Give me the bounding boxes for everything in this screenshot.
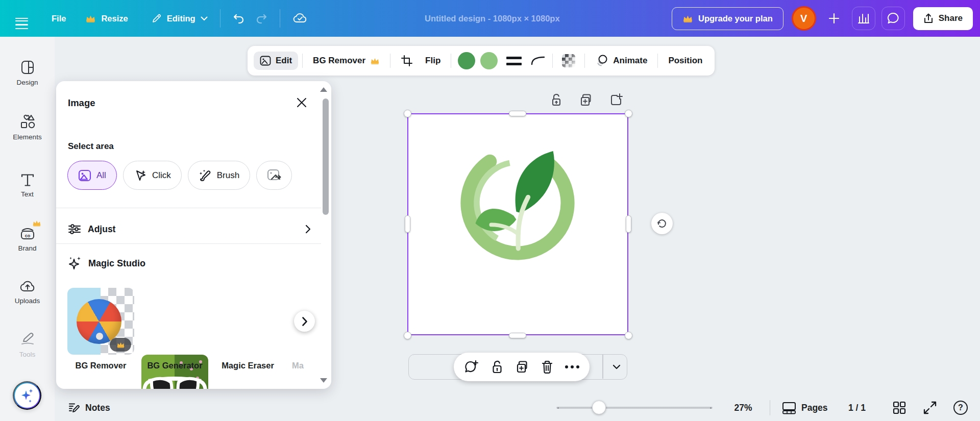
bar-chart-icon [857,13,870,24]
resize-handle-bottom-left[interactable] [404,332,411,339]
crown-icon [85,14,96,22]
file-menu-button[interactable]: File [46,10,71,28]
transparency-button[interactable] [562,54,575,67]
select-area-all[interactable]: All [67,161,117,190]
avatar[interactable]: V [792,6,816,31]
resize-handle-right[interactable] [626,215,631,233]
panel-scroll-up[interactable] [320,87,327,92]
bg-remover-button[interactable]: BG Remover [307,52,386,70]
notes-button[interactable]: Notes [68,394,110,421]
border-weight-icon[interactable] [506,57,522,65]
corner-rounding-button[interactable] [528,52,548,69]
position-button[interactable]: Position [662,52,708,70]
duplicate-page-button[interactable] [578,92,594,108]
magic-bg-remover-tile[interactable] [67,288,134,355]
more-options-button[interactable] [565,365,579,368]
toolbar-divider [584,54,585,68]
resize-handle-bottom[interactable] [509,333,526,338]
cloud-check-icon [292,12,308,24]
zoom-percentage[interactable]: 27% [727,394,759,421]
option-label: All [96,170,106,181]
animate-button[interactable]: Animate [589,50,653,71]
position-label: Position [668,56,702,66]
sidebar-item-tools[interactable]: Tools [0,332,55,358]
topbar-divider [280,9,280,28]
carousel-next-button[interactable] [294,311,315,332]
comments-button[interactable] [881,7,905,30]
zoom-slider[interactable] [556,394,713,421]
lock-element-button[interactable] [491,360,504,374]
save-status-button[interactable] [287,8,313,29]
editing-label: Editing [167,14,195,23]
magic-bg-generator-tile[interactable] [141,355,208,389]
duplicate-element-button[interactable] [515,360,529,374]
delete-element-button[interactable] [541,360,554,374]
resize-handle-bottom-right[interactable] [625,332,632,339]
toolbar-divider [302,54,303,68]
resize-button[interactable]: Resize [80,10,133,28]
select-area-click[interactable]: Click [123,161,182,190]
panel-scrollbar-thumb[interactable] [323,98,329,215]
beach-ball-image [77,299,121,344]
resize-handle-left[interactable] [405,215,410,233]
resize-handle-top-right[interactable] [625,110,632,117]
add-page-button[interactable] [608,92,624,108]
rotate-handle[interactable] [651,213,673,234]
color-swatch-1[interactable] [458,52,475,69]
panel-scroll-down[interactable] [320,378,327,383]
trash-icon [541,360,554,374]
status-bar: Notes 27% Pages 1 / 1 ? [0,394,980,421]
upgrade-label: Upgrade your plan [698,14,773,23]
resize-handle-top-left[interactable] [404,110,411,117]
help-button[interactable]: ? [953,401,968,415]
zoom-slider-thumb[interactable] [592,401,606,414]
crown-icon [682,14,693,22]
sidebar-item-design[interactable]: Design [0,60,55,86]
hamburger-icon [15,18,28,19]
add-account-button[interactable] [822,7,846,30]
sidebar-item-text[interactable]: Text [0,174,55,198]
redo-icon [255,13,267,24]
close-panel-button[interactable] [292,93,311,112]
design-title[interactable]: Untitled design - 1080px × 1080px [313,14,672,23]
notes-label: Notes [85,403,110,413]
sidebar-item-label: Uploads [15,297,40,305]
collapse-toolbar-button[interactable] [605,355,628,379]
sidebar-item-brand[interactable]: co Brand [0,227,55,252]
fullscreen-button[interactable] [923,401,937,415]
add-comment-button[interactable] [464,360,479,374]
notes-icon [68,402,80,414]
statusbar-divider [770,400,770,415]
chevron-down-icon [201,16,208,21]
artboard-page[interactable] [408,114,627,334]
resize-handle-top[interactable] [509,111,526,116]
redo-button[interactable] [250,9,273,28]
insights-button[interactable] [852,7,875,30]
pages-button[interactable]: Pages [782,394,828,421]
leaf-logo-image[interactable] [452,135,583,267]
sidebar-item-uploads[interactable]: Uploads [0,279,55,305]
adjust-row[interactable]: Adjust [68,215,311,243]
crop-button[interactable] [395,51,419,71]
color-swatch-2[interactable] [480,52,498,69]
select-area-brush[interactable]: Brush [188,161,250,190]
zoom-slider-track[interactable] [556,407,713,409]
element-actions [454,353,590,381]
toolbar-divider [552,54,553,68]
share-button[interactable]: Share [913,7,973,30]
sidebar-item-elements[interactable]: Elements [0,113,55,141]
main-menu-button[interactable] [10,11,33,26]
flip-button[interactable]: Flip [419,52,447,70]
edit-tab[interactable]: Edit [254,52,298,70]
page-quick-actions [549,92,624,108]
select-area-more[interactable] [256,161,292,190]
upgrade-plan-button[interactable]: Upgrade your plan [672,7,783,30]
editing-mode-dropdown[interactable]: Editing [146,9,213,28]
pencil-icon [152,13,162,23]
magic-item-label: BG Remover [67,361,134,370]
sidebar-item-label: Text [21,190,34,198]
undo-button[interactable] [228,9,250,28]
lock-page-button[interactable] [549,92,564,108]
top-bar: File Resize Editing Untitled design - 10… [0,0,980,37]
grid-view-button[interactable] [892,401,906,415]
